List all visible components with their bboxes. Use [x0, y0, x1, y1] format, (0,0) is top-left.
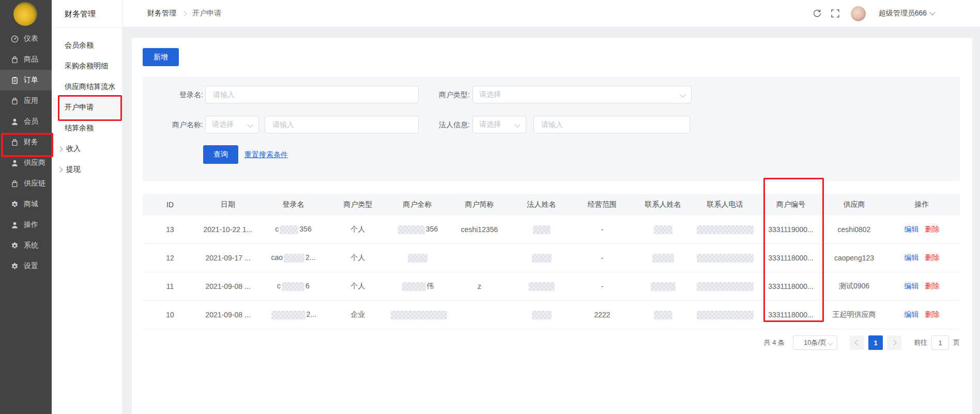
user-menu[interactable]: 超级管理员666 [879, 9, 935, 18]
prev-page-button[interactable] [850, 335, 864, 350]
merchant-name-label: 商户名称: [162, 116, 203, 133]
edit-link[interactable]: 编辑 [905, 225, 919, 233]
chevron-down-icon [680, 91, 685, 97]
cell-login: c6 [258, 272, 328, 301]
censored-block [280, 225, 298, 234]
chevron-down-icon [828, 341, 833, 346]
merchant-name-mode-select[interactable]: 请选择 [205, 116, 259, 133]
submenu-list: 会员余额采购余额明细供应商结算流水开户申请结算余额收入提现 [52, 28, 122, 180]
sidebar-item-label: 操作 [24, 220, 38, 229]
censored-block [532, 311, 552, 319]
search-panel: 登录名: 商户类型: 请选择 商户名称: 请选择 法人信息: 请选择 查询 重置… [143, 76, 960, 181]
bag-icon [10, 179, 19, 188]
column-header-登录名: 登录名 [258, 194, 328, 216]
topbar: 财务管理 开户申请 超级管理员666 [123, 0, 980, 27]
applications-table: ID日期登录名商户类型商户全称商户简称法人姓名经营范围联系人姓名联系人电话商户编… [143, 194, 960, 329]
cell-contact-name [633, 216, 693, 244]
delete-link[interactable]: 删除 [925, 225, 940, 233]
reset-search-link[interactable]: 重置搜索条件 [244, 145, 288, 164]
column-header-操作: 操作 [884, 194, 960, 216]
login-name-input[interactable] [205, 86, 419, 103]
user-avatar[interactable] [851, 6, 866, 21]
merchant-name-input[interactable] [265, 116, 419, 133]
edit-link[interactable]: 编辑 [905, 282, 919, 290]
goto-page-input[interactable] [931, 335, 949, 350]
merchant-type-label: 商户类型: [428, 86, 470, 103]
sidebar-item-label: 供应商 [24, 158, 45, 167]
merchant-type-select[interactable]: 请选择 [472, 86, 692, 103]
login-name-label: 登录名: [162, 86, 203, 103]
censored-block [398, 225, 425, 234]
submenu-item-供应商结算流水[interactable]: 供应商结算流水 [52, 76, 122, 97]
page-unit-label: 页 [953, 338, 960, 347]
column-header-商户全称: 商户全称 [388, 194, 447, 216]
sidebar-item-会员[interactable]: 会员 [0, 111, 52, 132]
refresh-icon[interactable] [813, 9, 822, 18]
gear-icon [10, 262, 19, 271]
censored-block [284, 254, 304, 263]
app-logo[interactable] [13, 2, 37, 26]
cell-contact-phone [693, 301, 757, 329]
breadcrumb-separator-icon [182, 11, 187, 16]
column-header-ID: ID [143, 194, 197, 216]
cell-full-name: 伟 [388, 272, 447, 301]
submenu-item-会员余额[interactable]: 会员余额 [52, 35, 122, 56]
sidebar-item-商品[interactable]: 商品 [0, 49, 52, 70]
next-page-button[interactable] [887, 335, 901, 350]
sidebar-item-操作[interactable]: 操作 [0, 214, 52, 235]
sidebar-item-商城[interactable]: 商城 [0, 194, 52, 214]
cell-legal-name [512, 272, 571, 301]
sidebar-item-财务[interactable]: 财务 [0, 132, 52, 152]
breadcrumb-item-finance[interactable]: 财务管理 [147, 9, 176, 18]
current-page-button[interactable]: 1 [868, 335, 883, 350]
cell-full-name [388, 244, 447, 272]
cell-contact-name [633, 244, 693, 272]
cell-merchant-no: 3331118000... [757, 272, 824, 301]
fullscreen-icon[interactable] [831, 9, 840, 18]
cell-contact-phone [693, 272, 757, 301]
sidebar-item-label: 仪表 [24, 34, 38, 43]
cell-scope: - [571, 216, 633, 244]
sidebar-item-订单[interactable]: 订单 [0, 70, 52, 90]
sidebar-item-供应商[interactable]: 供应商 [0, 152, 52, 173]
cell-scope: 2222 [571, 301, 633, 329]
submenu-item-收入[interactable]: 收入 [52, 139, 122, 159]
edit-link[interactable]: 编辑 [905, 253, 919, 262]
page-size-select[interactable]: 10条/页 [793, 335, 837, 350]
sidebar-item-应用[interactable]: 应用 [0, 90, 52, 111]
delete-link[interactable]: 删除 [925, 282, 940, 290]
cell-type: 个人 [328, 272, 388, 301]
cell-contact-phone [693, 244, 757, 272]
submenu-item-提现[interactable]: 提现 [52, 159, 122, 180]
cell-full-name: 356 [388, 216, 447, 244]
person-icon [10, 159, 19, 167]
sidebar-item-系统[interactable]: 系统 [0, 235, 52, 256]
sidebar-item-设置[interactable]: 设置 [0, 256, 52, 277]
censored-block [271, 311, 305, 319]
censored-block [533, 225, 550, 234]
cell-supplier: ceshi0802 [824, 216, 884, 244]
delete-link[interactable]: 删除 [925, 310, 940, 318]
add-button[interactable]: 新增 [143, 48, 179, 66]
sidebar-item-仪表[interactable]: 仪表 [0, 28, 52, 49]
censored-block [654, 311, 672, 319]
cell-legal-name [512, 301, 571, 329]
legal-info-input[interactable] [533, 116, 690, 133]
edit-link[interactable]: 编辑 [905, 310, 919, 318]
cell-contact-phone [693, 216, 757, 244]
sidebar-item-供应链[interactable]: 供应链 [0, 173, 52, 194]
submenu-item-采购余额明细[interactable]: 采购余额明细 [52, 56, 122, 76]
legal-info-mode-select[interactable]: 请选择 [472, 116, 526, 133]
submenu-item-结算余额[interactable]: 结算余额 [52, 118, 122, 139]
cell-supplier: 王起明供应商 [824, 301, 884, 329]
column-header-经营范围: 经营范围 [571, 194, 633, 216]
bag-icon [10, 55, 19, 64]
submenu-item-label: 结算余额 [65, 124, 94, 133]
delete-link[interactable]: 删除 [925, 253, 940, 262]
censored-block [408, 254, 427, 263]
submenu-item-开户申请[interactable]: 开户申请 [52, 97, 122, 118]
cell-login: cao2... [258, 244, 328, 272]
search-button[interactable]: 查询 [203, 145, 238, 164]
submenu-item-label: 供应商结算流水 [65, 82, 115, 91]
column-header-日期: 日期 [197, 194, 258, 216]
